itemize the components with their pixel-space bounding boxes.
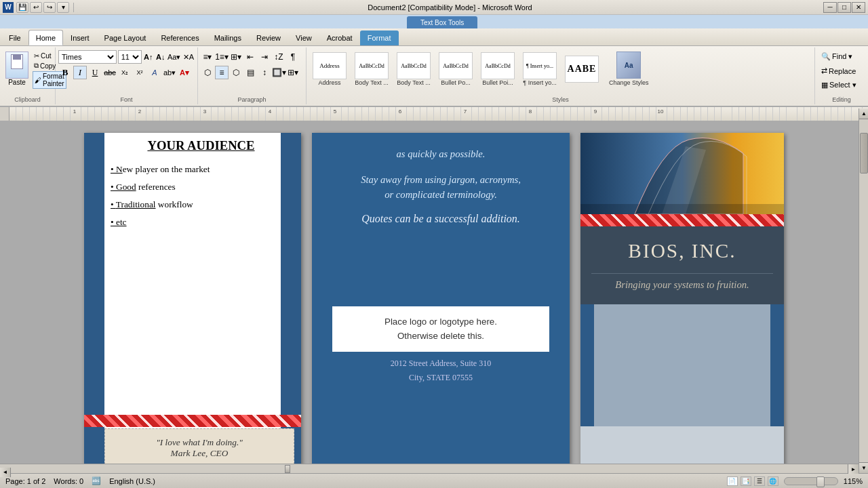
- align-right-button[interactable]: ⬡: [229, 66, 243, 79]
- bullets-button[interactable]: ≡▾: [201, 50, 214, 64]
- view-layout-button[interactable]: 📑: [741, 476, 751, 486]
- scroll-up-button[interactable]: ▲: [859, 108, 868, 119]
- show-hide-button[interactable]: ¶: [286, 50, 300, 64]
- logo-text-1: Place logo or logotype here.: [340, 314, 541, 329]
- tab-file[interactable]: File: [1, 30, 28, 45]
- line-spacing-button[interactable]: ↕: [258, 66, 271, 79]
- tab-acrobat[interactable]: Acrobat: [319, 30, 360, 45]
- tab-mailings[interactable]: Mailings: [207, 30, 249, 45]
- tab-view[interactable]: View: [288, 30, 319, 45]
- style-item-bullet-po-1[interactable]: AaBbCcDd Bullet Po...: [435, 50, 476, 88]
- logo-box[interactable]: Place logo or logotype here. Otherwise d…: [332, 306, 549, 352]
- replace-button[interactable]: ⇄Replace: [818, 64, 860, 77]
- multilevel-list-button[interactable]: ⊞▾: [229, 50, 243, 64]
- find-button[interactable]: 🔍Find ▾: [818, 50, 860, 63]
- numbering-button[interactable]: 1≡▾: [215, 50, 229, 64]
- paragraph-group-label: Paragraph: [198, 96, 306, 103]
- company-tagline: Bringing your systems to fruition.: [591, 279, 773, 291]
- style-item-body-text-1[interactable]: AaBbCcDd Body Text ...: [351, 50, 392, 88]
- document-area[interactable]: YOUR AUDIENCE • New player on the market…: [0, 121, 868, 473]
- style-item-insert[interactable]: ¶ Insert yo... ¶ Insert yo...: [519, 50, 560, 88]
- page-info: Page: 1 of 2: [5, 477, 45, 485]
- select-button[interactable]: ▦Select ▾: [818, 79, 860, 92]
- quote-text: "I love what I'm doing."Mark Lee, CEO: [156, 437, 243, 459]
- align-center-button[interactable]: ≡: [215, 66, 229, 79]
- tab-review[interactable]: Review: [249, 30, 288, 45]
- border-button[interactable]: ⊞▾: [286, 66, 300, 79]
- horizontal-scrollbar[interactable]: ◄ ►: [0, 464, 859, 473]
- tab-home[interactable]: Home: [28, 30, 63, 45]
- shading-button[interactable]: 🔲▾: [272, 66, 285, 79]
- bold-button[interactable]: B: [58, 66, 72, 79]
- view-outline-button[interactable]: ☰: [754, 476, 765, 486]
- decrease-indent-button[interactable]: ⇤: [243, 50, 257, 64]
- spell-check-icon[interactable]: 🔤: [92, 476, 101, 485]
- language[interactable]: English (U.S.): [109, 477, 155, 485]
- italic-button[interactable]: I: [73, 66, 87, 79]
- text-box-tools-tab[interactable]: Text Box Tools: [407, 16, 477, 28]
- view-normal-button[interactable]: 📄: [727, 476, 738, 486]
- tab-insert[interactable]: Insert: [63, 30, 97, 45]
- highlight-button[interactable]: ab▾: [163, 66, 176, 79]
- style-item-address[interactable]: Address Address: [309, 50, 350, 88]
- qa-more-button[interactable]: ▾: [57, 2, 69, 13]
- tab-references[interactable]: References: [153, 30, 206, 45]
- sort-button[interactable]: ↕Z: [272, 50, 285, 64]
- h-scroll-thumb[interactable]: [285, 465, 290, 473]
- middle-page[interactable]: as quickly as possible. Stay away from u…: [312, 133, 570, 468]
- scroll-left-button[interactable]: ◄: [0, 468, 11, 477]
- style-item-bullet-po-2[interactable]: AaBbCcDd Bullet Poi...: [477, 50, 518, 88]
- ribbon-tab-bar: File Home Insert Page Layout References …: [0, 28, 868, 46]
- underline-button[interactable]: U: [88, 66, 102, 79]
- style-item-body-text-2[interactable]: AaBbCcDd Body Text ...: [393, 50, 434, 88]
- style-item-aabe[interactable]: AABE: [561, 54, 602, 85]
- undo-button[interactable]: ↩: [30, 2, 42, 13]
- clear-format-button[interactable]: ✕A: [182, 50, 195, 64]
- zoom-slider[interactable]: [784, 477, 838, 485]
- view-web-button[interactable]: 🌐: [768, 476, 778, 486]
- scroll-down-button[interactable]: ▼: [859, 462, 868, 473]
- increase-indent-button[interactable]: ⇥: [258, 50, 271, 64]
- change-case-button[interactable]: Aa▾: [167, 50, 181, 64]
- font-size-select[interactable]: 11: [118, 50, 142, 64]
- grow-font-button[interactable]: A↑: [143, 50, 154, 64]
- bullet-item-1: • New player on the market: [108, 164, 294, 175]
- text-effect-button[interactable]: A: [148, 66, 161, 79]
- superscript-button[interactable]: X²: [133, 66, 146, 79]
- paste-button[interactable]: Paste: [3, 50, 31, 87]
- styles-group-label: Styles: [307, 96, 814, 103]
- window-controls: ─ □ ✕: [823, 2, 865, 13]
- bullet-item-4: • etc: [108, 217, 294, 228]
- scroll-thumb[interactable]: [860, 133, 868, 174]
- red-stripe: [84, 415, 301, 427]
- maximize-button[interactable]: □: [837, 2, 851, 13]
- paragraph-group: ≡▾ 1≡▾ ⊞▾ ⇤ ⇥ ↕Z ¶ ⬡ ≡ ⬡ ▤ ↕ 🔲▾ ⊞▾: [198, 47, 307, 104]
- vertical-scrollbar[interactable]: ▲ ▼: [859, 108, 868, 473]
- right-page-bottom: [580, 304, 784, 426]
- editing-group-label: Editing: [815, 96, 868, 103]
- close-button[interactable]: ✕: [852, 2, 865, 13]
- scroll-right-button[interactable]: ►: [848, 464, 859, 474]
- font-color-button[interactable]: A▾: [178, 66, 191, 79]
- tab-format[interactable]: Format: [360, 30, 399, 45]
- logo-text-2: Otherwise delete this.: [340, 329, 541, 343]
- align-left-button[interactable]: ⬡: [201, 66, 214, 79]
- quote-box[interactable]: "I love what I'm doing."Mark Lee, CEO: [104, 428, 294, 468]
- paste-icon: [5, 52, 28, 79]
- tab-page-layout[interactable]: Page Layout: [97, 30, 154, 45]
- change-styles-button[interactable]: Aa Change Styles: [606, 50, 652, 88]
- minimize-button[interactable]: ─: [823, 2, 837, 13]
- justify-button[interactable]: ▤: [243, 66, 257, 79]
- redo-button[interactable]: ↪: [43, 2, 56, 13]
- photo-area: [580, 133, 784, 214]
- separator: [73, 3, 74, 12]
- subscript-button[interactable]: X₂: [118, 66, 132, 79]
- paste-label: Paste: [8, 79, 26, 86]
- shrink-font-button[interactable]: A↓: [155, 50, 166, 64]
- right-page[interactable]: BIOS, INC. Bringing your systems to frui…: [580, 133, 784, 468]
- left-page[interactable]: YOUR AUDIENCE • New player on the market…: [84, 133, 301, 468]
- strikethrough-button[interactable]: abc: [103, 66, 117, 79]
- window-title: Document2 [Compatibility Mode] - Microso…: [77, 3, 823, 12]
- save-button[interactable]: 💾: [16, 2, 28, 13]
- font-family-select[interactable]: Times: [58, 50, 117, 64]
